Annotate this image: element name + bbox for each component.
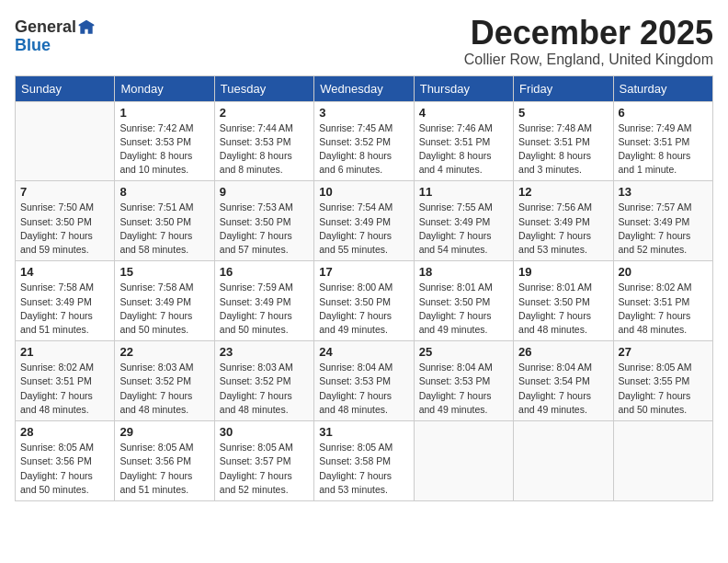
week-row-2: 7Sunrise: 7:50 AMSunset: 3:50 PMDaylight… bbox=[16, 181, 713, 261]
day-number: 20 bbox=[619, 265, 708, 279]
cell-content: Sunrise: 7:55 AMSunset: 3:49 PMDaylight:… bbox=[419, 201, 508, 257]
calendar-cell: 14Sunrise: 7:58 AMSunset: 3:49 PMDayligh… bbox=[16, 261, 115, 341]
day-header-thursday: Thursday bbox=[414, 75, 513, 101]
cell-content: Sunrise: 8:05 AMSunset: 3:55 PMDaylight:… bbox=[619, 361, 708, 417]
day-number: 6 bbox=[619, 106, 708, 120]
day-number: 8 bbox=[119, 185, 209, 199]
cell-content: Sunrise: 8:05 AMSunset: 3:56 PMDaylight:… bbox=[119, 441, 209, 497]
day-number: 27 bbox=[619, 345, 708, 359]
day-header-saturday: Saturday bbox=[613, 75, 712, 101]
cell-content: Sunrise: 7:57 AMSunset: 3:49 PMDaylight:… bbox=[619, 201, 708, 257]
cell-content: Sunrise: 8:04 AMSunset: 3:54 PMDaylight:… bbox=[518, 361, 608, 417]
day-number: 28 bbox=[20, 425, 109, 439]
cell-content: Sunrise: 7:56 AMSunset: 3:49 PMDaylight:… bbox=[518, 201, 608, 257]
calendar-cell: 22Sunrise: 8:03 AMSunset: 3:52 PMDayligh… bbox=[115, 341, 214, 421]
calendar-cell: 5Sunrise: 7:48 AMSunset: 3:51 PMDaylight… bbox=[514, 101, 613, 181]
day-number: 17 bbox=[319, 265, 408, 279]
day-number: 13 bbox=[619, 185, 708, 199]
day-header-sunday: Sunday bbox=[16, 75, 115, 101]
cell-content: Sunrise: 7:51 AMSunset: 3:50 PMDaylight:… bbox=[119, 201, 209, 257]
cell-content: Sunrise: 8:02 AMSunset: 3:51 PMDaylight:… bbox=[619, 281, 708, 337]
day-number: 1 bbox=[119, 106, 209, 120]
calendar-cell: 19Sunrise: 8:01 AMSunset: 3:50 PMDayligh… bbox=[514, 261, 613, 341]
week-row-1: 1Sunrise: 7:42 AMSunset: 3:53 PMDaylight… bbox=[16, 101, 713, 181]
cell-content: Sunrise: 7:58 AMSunset: 3:49 PMDaylight:… bbox=[20, 281, 109, 337]
calendar-cell: 27Sunrise: 8:05 AMSunset: 3:55 PMDayligh… bbox=[613, 341, 712, 421]
logo-icon bbox=[77, 18, 96, 37]
calendar-cell: 7Sunrise: 7:50 AMSunset: 3:50 PMDaylight… bbox=[16, 181, 115, 261]
day-number: 25 bbox=[419, 345, 508, 359]
calendar-cell: 15Sunrise: 7:58 AMSunset: 3:49 PMDayligh… bbox=[115, 261, 214, 341]
calendar-cell: 17Sunrise: 8:00 AMSunset: 3:50 PMDayligh… bbox=[314, 261, 414, 341]
calendar-cell: 6Sunrise: 7:49 AMSunset: 3:51 PMDaylight… bbox=[613, 101, 712, 181]
cell-content: Sunrise: 7:50 AMSunset: 3:50 PMDaylight:… bbox=[20, 201, 109, 257]
calendar-cell: 31Sunrise: 8:05 AMSunset: 3:58 PMDayligh… bbox=[314, 421, 414, 501]
cell-content: Sunrise: 8:02 AMSunset: 3:51 PMDaylight:… bbox=[20, 361, 109, 417]
calendar-cell: 4Sunrise: 7:46 AMSunset: 3:51 PMDaylight… bbox=[414, 101, 513, 181]
page-header: General Blue December 2025 Collier Row, … bbox=[15, 15, 713, 68]
calendar-cell: 28Sunrise: 8:05 AMSunset: 3:56 PMDayligh… bbox=[16, 421, 115, 501]
calendar-cell: 2Sunrise: 7:44 AMSunset: 3:53 PMDaylight… bbox=[214, 101, 313, 181]
cell-content: Sunrise: 7:42 AMSunset: 3:53 PMDaylight:… bbox=[119, 121, 209, 178]
cell-content: Sunrise: 8:04 AMSunset: 3:53 PMDaylight:… bbox=[419, 361, 508, 417]
cell-content: Sunrise: 8:04 AMSunset: 3:53 PMDaylight:… bbox=[319, 361, 408, 417]
calendar-cell: 21Sunrise: 8:02 AMSunset: 3:51 PMDayligh… bbox=[16, 341, 115, 421]
day-number: 31 bbox=[319, 425, 408, 439]
calendar-cell: 10Sunrise: 7:54 AMSunset: 3:49 PMDayligh… bbox=[314, 181, 414, 261]
day-number: 16 bbox=[220, 265, 309, 279]
calendar-cell: 11Sunrise: 7:55 AMSunset: 3:49 PMDayligh… bbox=[414, 181, 513, 261]
calendar-cell bbox=[414, 421, 513, 501]
cell-content: Sunrise: 8:05 AMSunset: 3:56 PMDaylight:… bbox=[20, 441, 109, 497]
calendar-cell: 20Sunrise: 8:02 AMSunset: 3:51 PMDayligh… bbox=[613, 261, 712, 341]
calendar-cell: 1Sunrise: 7:42 AMSunset: 3:53 PMDaylight… bbox=[115, 101, 214, 181]
day-number: 23 bbox=[220, 345, 309, 359]
day-number: 18 bbox=[419, 265, 508, 279]
cell-content: Sunrise: 7:54 AMSunset: 3:49 PMDaylight:… bbox=[319, 201, 408, 257]
location: Collier Row, England, United Kingdom bbox=[464, 52, 713, 68]
logo: General Blue bbox=[15, 18, 96, 55]
title-area: December 2025 Collier Row, England, Unit… bbox=[464, 15, 713, 68]
day-header-tuesday: Tuesday bbox=[214, 75, 313, 101]
calendar-cell: 25Sunrise: 8:04 AMSunset: 3:53 PMDayligh… bbox=[414, 341, 513, 421]
day-number: 30 bbox=[220, 425, 309, 439]
cell-content: Sunrise: 8:01 AMSunset: 3:50 PMDaylight:… bbox=[419, 281, 508, 337]
cell-content: Sunrise: 8:00 AMSunset: 3:50 PMDaylight:… bbox=[319, 281, 408, 337]
calendar-cell bbox=[613, 421, 712, 501]
day-number: 19 bbox=[518, 265, 608, 279]
day-number: 29 bbox=[119, 425, 209, 439]
cell-content: Sunrise: 8:03 AMSunset: 3:52 PMDaylight:… bbox=[220, 361, 309, 417]
week-row-3: 14Sunrise: 7:58 AMSunset: 3:49 PMDayligh… bbox=[16, 261, 713, 341]
calendar-table: SundayMondayTuesdayWednesdayThursdayFrid… bbox=[15, 75, 713, 501]
month-title: December 2025 bbox=[464, 15, 713, 52]
cell-content: Sunrise: 8:01 AMSunset: 3:50 PMDaylight:… bbox=[518, 281, 608, 337]
calendar-cell: 18Sunrise: 8:01 AMSunset: 3:50 PMDayligh… bbox=[414, 261, 513, 341]
day-number: 9 bbox=[220, 185, 309, 199]
calendar-cell: 12Sunrise: 7:56 AMSunset: 3:49 PMDayligh… bbox=[514, 181, 613, 261]
cell-content: Sunrise: 7:48 AMSunset: 3:51 PMDaylight:… bbox=[518, 121, 608, 178]
cell-content: Sunrise: 7:58 AMSunset: 3:49 PMDaylight:… bbox=[119, 281, 209, 337]
calendar-cell: 30Sunrise: 8:05 AMSunset: 3:57 PMDayligh… bbox=[214, 421, 313, 501]
day-number: 7 bbox=[20, 185, 109, 199]
day-number: 12 bbox=[518, 185, 608, 199]
day-number: 11 bbox=[419, 185, 508, 199]
cell-content: Sunrise: 7:46 AMSunset: 3:51 PMDaylight:… bbox=[419, 121, 508, 178]
calendar-cell bbox=[514, 421, 613, 501]
day-number: 21 bbox=[20, 345, 109, 359]
day-number: 2 bbox=[220, 106, 309, 120]
calendar-cell: 3Sunrise: 7:45 AMSunset: 3:52 PMDaylight… bbox=[314, 101, 414, 181]
cell-content: Sunrise: 8:05 AMSunset: 3:57 PMDaylight:… bbox=[220, 441, 309, 497]
logo-blue: Blue bbox=[15, 37, 96, 55]
cell-content: Sunrise: 7:44 AMSunset: 3:53 PMDaylight:… bbox=[220, 121, 309, 178]
calendar-cell: 24Sunrise: 8:04 AMSunset: 3:53 PMDayligh… bbox=[314, 341, 414, 421]
calendar-cell: 13Sunrise: 7:57 AMSunset: 3:49 PMDayligh… bbox=[613, 181, 712, 261]
calendar-cell: 29Sunrise: 8:05 AMSunset: 3:56 PMDayligh… bbox=[115, 421, 214, 501]
calendar-cell: 26Sunrise: 8:04 AMSunset: 3:54 PMDayligh… bbox=[514, 341, 613, 421]
day-number: 15 bbox=[119, 265, 209, 279]
calendar-cell: 8Sunrise: 7:51 AMSunset: 3:50 PMDaylight… bbox=[115, 181, 214, 261]
calendar-cell: 9Sunrise: 7:53 AMSunset: 3:50 PMDaylight… bbox=[214, 181, 313, 261]
cell-content: Sunrise: 7:45 AMSunset: 3:52 PMDaylight:… bbox=[319, 121, 408, 178]
day-number: 5 bbox=[518, 106, 608, 120]
cell-content: Sunrise: 7:49 AMSunset: 3:51 PMDaylight:… bbox=[619, 121, 708, 178]
day-header-monday: Monday bbox=[115, 75, 214, 101]
cell-content: Sunrise: 7:59 AMSunset: 3:49 PMDaylight:… bbox=[220, 281, 309, 337]
